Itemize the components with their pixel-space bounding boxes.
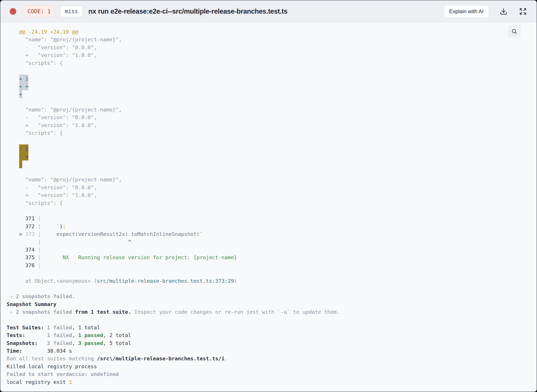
- log-output: @@ -24,19 +24,19 @@ "name": "@proj/{proj…: [0, 23, 537, 386]
- log-span: >: [7, 231, 25, 237]
- log-span: ,: [72, 340, 78, 346]
- log-span: - "version": "0.0.0",: [7, 114, 97, 121]
- log-line: [7, 269, 537, 277]
- log-span: 375: [25, 254, 34, 261]
- log-span: - "version": "0.0.0",: [7, 44, 97, 51]
- log-span: /src\/multiple-release-branches.test.ts/…: [97, 355, 224, 362]
- log-span: "name": "@proj/{project-name}",: [7, 177, 122, 183]
- log-span: [7, 145, 19, 152]
- task-output-window: CODE: 1 miss nx run e2e-release:e2e-ci--…: [0, 0, 537, 392]
- log-span: + }: [19, 75, 29, 83]
- log-line: [7, 67, 537, 75]
- log-line: at Object.<anonymous> (src/multiple-rele…: [7, 277, 537, 285]
- log-span: |: [34, 223, 41, 229]
- log-span: -: [19, 160, 22, 168]
- download-button[interactable]: [499, 7, 508, 16]
- log-line: [7, 285, 537, 293]
- log-line: - +: [7, 153, 537, 160]
- log-span: , 2 total: [103, 332, 131, 338]
- log-span: |: [34, 262, 41, 268]
- log-span: + "version": "1.0.0",: [7, 52, 97, 58]
- log-line: + "version": "1.0.0",: [7, 51, 537, 59]
- log-line: - "version": "0.0.0",: [7, 114, 537, 121]
- log-line: Killed local registry process: [7, 363, 537, 370]
- log-span: › 2 snapshots failed.: [7, 293, 75, 299]
- log-span: 3 passed: [78, 340, 103, 346]
- search-button[interactable]: [508, 25, 521, 38]
- log-span: .: [128, 231, 131, 237]
- log-span: from 1 test suite.: [75, 309, 131, 315]
- log-span: [7, 153, 19, 159]
- log-span: [41, 223, 57, 229]
- log-line: @@ -24,19 +24,19 @@: [7, 28, 537, 36]
- log-line: +: [7, 90, 537, 98]
- status-dot: [10, 8, 16, 15]
- log-span: - "version": "0.0.0",: [7, 184, 97, 191]
- log-span: Killed local registry process: [7, 364, 97, 369]
- fullscreen-expand-icon: [519, 8, 527, 15]
- log-span: › 2 snapshots failed: [7, 309, 75, 315]
- log-span: |: [7, 239, 41, 245]
- log-line: Failed to start verdaccio: undefined: [7, 370, 537, 378]
- log-span: [7, 161, 19, 167]
- log-line: + +: [7, 83, 537, 90]
- log-line: Test Suites: 1 failed, 1 total: [7, 324, 537, 331]
- log-span: [7, 254, 25, 261]
- fullscreen-button[interactable]: [518, 7, 528, 16]
- log-line: Snapshots: 2 failed, 3 passed, 5 total: [7, 340, 537, 347]
- log-line: + }: [7, 75, 537, 82]
- log-span: [7, 247, 25, 253]
- log-span: ,: [72, 332, 78, 338]
- log-line: Tests: 1 failed, 1 passed, 2 total: [7, 331, 537, 339]
- log-panel[interactable]: @@ -24,19 +24,19 @@ "name": "@proj/{proj…: [0, 23, 537, 392]
- log-span: |: [34, 215, 41, 222]
- log-span: 373: [25, 231, 34, 237]
- log-span: 1 failed: [47, 332, 72, 338]
- log-span: "scripts": {: [7, 60, 63, 66]
- log-span: 374: [25, 247, 34, 253]
- log-span: Test Suites:: [7, 325, 47, 331]
- log-span: + "version": "1.0.0",: [7, 122, 97, 128]
- log-line: -: [7, 160, 537, 168]
- log-span: Failed to start verdaccio: undefined: [7, 371, 119, 377]
- log-span: |: [34, 247, 41, 253]
- log-span: .: [224, 355, 228, 362]
- log-line: 376 |: [7, 262, 537, 269]
- log-span: `: [200, 231, 203, 237]
- search-icon: [511, 28, 518, 34]
- log-span: Snapshot Summary: [7, 301, 56, 307]
- log-span: + "version": "1.0.0",: [7, 192, 97, 198]
- log-line: Time: 38.034 s: [7, 347, 537, 355]
- log-span: NX Running release version for project: …: [41, 254, 237, 261]
- log-span: Tests:: [7, 332, 47, 338]
- log-span: [41, 231, 57, 237]
- log-span: [7, 75, 19, 82]
- log-span: - }: [19, 145, 29, 153]
- log-line: 375 | NX Running release version for pro…: [7, 254, 537, 261]
- log-span: , 1 total: [72, 325, 100, 331]
- log-span: ^: [41, 239, 131, 245]
- exit-code-badge: CODE: 1: [23, 6, 55, 17]
- log-span: "name": "@proj/{project-name}",: [7, 37, 122, 43]
- log-line: "scripts": {: [7, 199, 537, 207]
- cache-miss-badge: miss: [60, 6, 82, 17]
- log-span: [7, 223, 25, 229]
- log-span: toMatchInlineSnapshot(: [131, 231, 200, 237]
- log-line: > 373 | expect(versionResult2x).toMatchI…: [7, 230, 537, 238]
- log-span: ): [234, 278, 237, 284]
- log-span: Snapshots:: [7, 340, 47, 346]
- log-line: local registry exit 1: [7, 378, 537, 386]
- log-span: ): [60, 223, 63, 229]
- log-line: - }: [7, 145, 537, 153]
- log-span: Time:: [7, 348, 47, 354]
- log-line: [7, 137, 537, 145]
- log-span: Ran all test suites matching: [7, 355, 97, 362]
- log-line: "scripts": {: [7, 59, 537, 67]
- log-span: - +: [19, 152, 29, 160]
- log-span: "scripts": {: [7, 130, 63, 136]
- log-line: "name": "@proj/{project-name}",: [7, 36, 537, 43]
- log-span: 372: [25, 223, 34, 229]
- log-span: 38.034 s: [47, 348, 72, 354]
- log-line: Ran all test suites matching /src\/multi…: [7, 355, 537, 363]
- explain-with-ai-button[interactable]: Explain with AI: [444, 5, 489, 18]
